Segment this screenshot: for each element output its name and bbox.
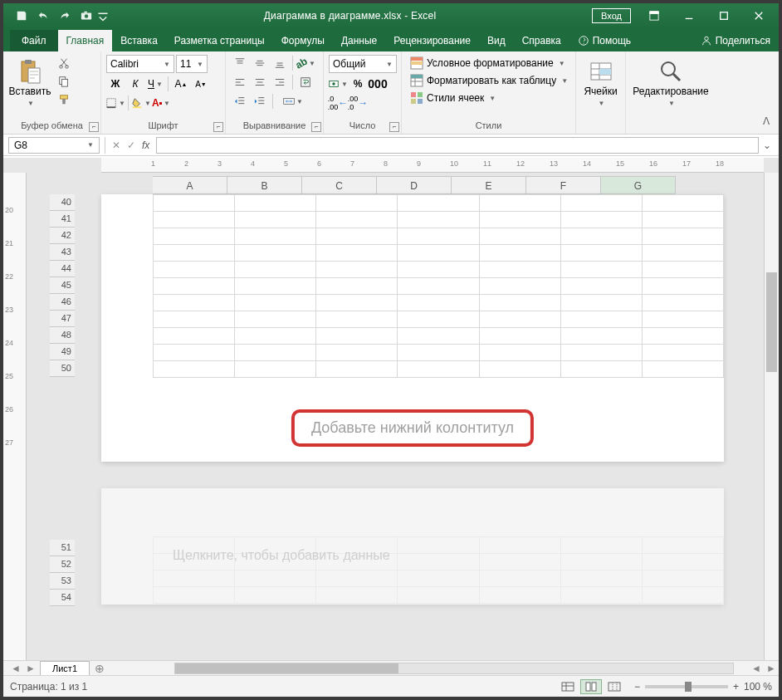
footer-placeholder[interactable]: Добавьте нижний колонтитул xyxy=(291,409,534,447)
align-right-icon[interactable] xyxy=(271,74,289,91)
tell-me[interactable]: Помощь xyxy=(569,30,639,51)
row-header-43[interactable]: 43 xyxy=(50,244,75,261)
align-left-icon[interactable] xyxy=(231,74,249,91)
borders-icon[interactable]: ▼ xyxy=(106,95,125,111)
font-dialog-launcher[interactable]: ⌐ xyxy=(213,122,223,132)
align-center-icon[interactable] xyxy=(251,74,269,91)
sheet-tab-1[interactable]: Лист1 xyxy=(40,661,90,675)
ribbon-options-icon[interactable] xyxy=(638,4,671,27)
number-dialog-launcher[interactable]: ⌐ xyxy=(389,122,399,132)
increase-decimal-icon[interactable]: .0.00← xyxy=(329,95,347,111)
underline-button[interactable]: Ч▼ xyxy=(146,76,164,92)
shrink-font-icon[interactable]: A▼ xyxy=(192,76,210,92)
enter-formula-icon[interactable]: ✓ xyxy=(127,140,135,151)
column-header-D[interactable]: D xyxy=(377,176,452,194)
comma-icon[interactable]: 000 xyxy=(369,76,387,92)
conditional-formatting-button[interactable]: Условное форматирование▼ xyxy=(407,55,569,71)
font-size-select[interactable]: 11▼ xyxy=(176,55,208,73)
font-color-icon[interactable]: A▼ xyxy=(152,95,170,111)
row-header-53[interactable]: 53 xyxy=(50,573,75,590)
login-button[interactable]: Вход xyxy=(592,8,631,23)
orientation-icon[interactable]: ab▼ xyxy=(296,55,315,71)
horizontal-ruler[interactable]: 123456789101112131415161718 xyxy=(101,158,764,173)
expand-formula-bar-icon[interactable]: ⌄ xyxy=(760,140,774,151)
close-icon[interactable] xyxy=(742,4,775,27)
row-header-50[interactable]: 50 xyxy=(50,360,75,377)
row-headers-2[interactable]: 51525354 xyxy=(50,540,75,606)
copy-icon[interactable] xyxy=(55,73,73,90)
name-box[interactable]: G8▼ xyxy=(8,137,100,154)
row-header-44[interactable]: 44 xyxy=(50,261,75,277)
column-header-B[interactable]: B xyxy=(227,176,302,194)
grow-font-icon[interactable]: A▲ xyxy=(172,76,190,92)
redo-icon[interactable] xyxy=(55,7,75,25)
bold-button[interactable]: Ж xyxy=(106,76,125,92)
alignment-dialog-launcher[interactable]: ⌐ xyxy=(311,122,321,132)
normal-view-icon[interactable] xyxy=(557,679,579,694)
formula-bar[interactable] xyxy=(156,137,759,154)
row-header-47[interactable]: 47 xyxy=(50,311,75,327)
merge-center-icon[interactable]: ▼ xyxy=(276,93,310,110)
align-top-icon[interactable] xyxy=(231,55,249,71)
row-header-54[interactable]: 54 xyxy=(50,590,75,606)
tab-nav-next-icon[interactable]: ► xyxy=(23,662,38,675)
column-header-A[interactable]: A xyxy=(153,176,227,194)
undo-icon[interactable] xyxy=(33,7,53,25)
column-header-F[interactable]: F xyxy=(526,176,601,194)
tab-insert[interactable]: Вставка xyxy=(112,30,166,51)
row-header-42[interactable]: 42 xyxy=(50,228,75,244)
zoom-control[interactable]: − + 100 % xyxy=(634,681,772,693)
page-break-view-icon[interactable] xyxy=(604,679,625,694)
row-header-49[interactable]: 49 xyxy=(50,344,75,360)
align-middle-icon[interactable] xyxy=(251,55,269,71)
decrease-decimal-icon[interactable]: .00.0→ xyxy=(349,95,367,111)
tab-page-layout[interactable]: Разметка страницы xyxy=(166,30,273,51)
decrease-indent-icon[interactable] xyxy=(231,93,249,110)
share-button[interactable]: Поделиться xyxy=(692,30,779,51)
hscroll-left-icon[interactable]: ◄ xyxy=(749,662,764,675)
tab-help[interactable]: Справка xyxy=(514,30,569,51)
paste-button[interactable]: Вставить▼ xyxy=(8,55,51,111)
cell-styles-button[interactable]: Стили ячеек▼ xyxy=(407,90,499,106)
row-header-51[interactable]: 51 xyxy=(50,540,75,556)
tab-nav-prev-icon[interactable]: ◄ xyxy=(8,662,23,675)
row-header-52[interactable]: 52 xyxy=(50,556,75,573)
spreadsheet-grid[interactable] xyxy=(153,194,724,378)
column-headers[interactable]: ABCDEFG xyxy=(153,176,676,194)
fill-color-icon[interactable]: ▼ xyxy=(132,95,150,111)
column-header-E[interactable]: E xyxy=(452,176,526,194)
tab-review[interactable]: Рецензирование xyxy=(385,30,479,51)
qat-dropdown-icon[interactable] xyxy=(98,7,108,25)
row-header-48[interactable]: 48 xyxy=(50,327,75,344)
zoom-in-icon[interactable]: + xyxy=(733,681,739,693)
column-header-G[interactable]: G xyxy=(601,176,676,194)
cells-button[interactable]: Ячейки▼ xyxy=(581,55,620,111)
column-header-C[interactable]: C xyxy=(302,176,377,194)
tab-home[interactable]: Главная xyxy=(58,30,113,51)
italic-button[interactable]: К xyxy=(126,76,144,92)
cut-icon[interactable] xyxy=(55,55,73,71)
row-header-45[interactable]: 45 xyxy=(50,277,75,294)
clipboard-dialog-launcher[interactable]: ⌐ xyxy=(89,122,99,132)
zoom-out-icon[interactable]: − xyxy=(634,681,640,693)
add-data-placeholder[interactable]: Щелкните, чтобы добавить данные xyxy=(161,540,402,571)
tab-file[interactable]: Файл xyxy=(10,30,58,51)
increase-indent-icon[interactable] xyxy=(251,93,269,110)
tab-data[interactable]: Данные xyxy=(333,30,385,51)
vertical-scrollbar[interactable] xyxy=(764,173,779,660)
minimize-icon[interactable] xyxy=(672,4,706,27)
wrap-text-icon[interactable] xyxy=(296,74,315,91)
tab-view[interactable]: Вид xyxy=(479,30,514,51)
row-header-41[interactable]: 41 xyxy=(50,211,75,228)
maximize-icon[interactable] xyxy=(707,4,740,27)
camera-icon[interactable] xyxy=(76,7,96,25)
align-bottom-icon[interactable] xyxy=(271,55,289,71)
fx-icon[interactable]: fx xyxy=(142,140,149,151)
horizontal-scrollbar[interactable] xyxy=(174,663,734,674)
number-format-select[interactable]: Общий▼ xyxy=(329,55,397,73)
cancel-formula-icon[interactable]: ✕ xyxy=(112,140,120,151)
add-sheet-icon[interactable]: ⊕ xyxy=(91,662,108,675)
currency-icon[interactable]: ▼ xyxy=(329,76,347,92)
vertical-ruler[interactable]: 2021222324252627 xyxy=(3,173,27,660)
row-header-40[interactable]: 40 xyxy=(50,194,75,211)
